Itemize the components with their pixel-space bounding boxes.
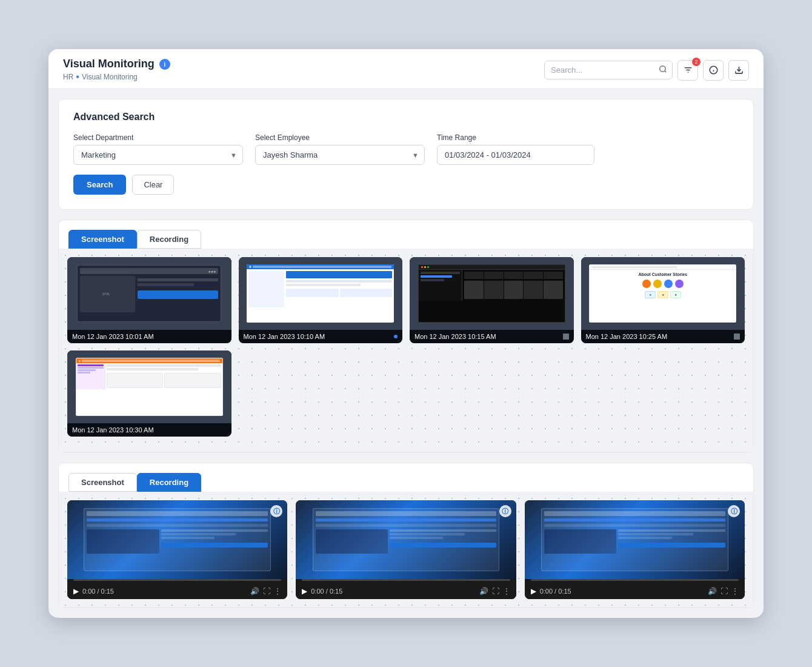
screenshots-area: ●●● STPL	[59, 249, 753, 452]
tab-screenshot[interactable]: Screenshot	[68, 230, 137, 249]
video-time-1: 0:00 / 0:15	[82, 588, 247, 595]
breadcrumb-current: Visual Monitoring	[82, 73, 138, 81]
form-row-filters: Select Department Marketing Engineering …	[73, 133, 739, 165]
search-input[interactable]	[545, 62, 654, 78]
blue-dot-indicator	[394, 335, 398, 338]
video-controls-1: ▶ 0:00 / 0:15 🔊 ⛶ ⋮	[67, 583, 287, 599]
title-text: Visual Monitoring	[63, 58, 155, 70]
video-info-icon-2[interactable]: ⓘ	[499, 505, 511, 517]
screenshot-card-2[interactable]: Mon 12 Jan 2023 10:10 AM	[239, 257, 403, 343]
header-right: 2	[544, 60, 749, 81]
screenshot-timestamp-3: Mon 12 Jan 2023 10:15 AM	[410, 330, 574, 343]
video-card-1[interactable]: ⓘ ▶ 0:00 / 0:15 🔊 ⛶ ⋮	[67, 500, 287, 599]
fullscreen-icon-3[interactable]: ⛶	[720, 587, 728, 595]
tab-recording-active[interactable]: Recording	[137, 473, 201, 492]
timestamp-text-2: Mon 12 Jan 2023 10:10 AM	[244, 333, 325, 340]
volume-icon-3[interactable]: 🔊	[708, 587, 717, 595]
svg-text:STPL: STPL	[102, 292, 110, 296]
department-select[interactable]: Marketing Engineering Sales HR	[73, 145, 243, 165]
screenshot-tabs: Screenshot Recording	[59, 220, 753, 249]
screenshot-card-4[interactable]: About Customer Stories ★ ★	[581, 257, 745, 343]
main-container: Visual Monitoring i HR • Visual Monitori…	[48, 49, 764, 618]
breadcrumb: HR • Visual Monitoring	[63, 72, 170, 82]
time-range-label: Time Range	[437, 133, 594, 142]
timestamp-text-5: Mon 12 Jan 2023 10:30 AM	[72, 426, 154, 434]
recording-section: Screenshot Recording	[58, 463, 754, 608]
breadcrumb-root: HR	[63, 73, 73, 81]
employee-select[interactable]: Jayesh Sharma Priya Patel Amit Kumar	[255, 145, 425, 165]
more-icon-2[interactable]: ⋮	[503, 587, 510, 595]
fullscreen-icon-2[interactable]: ⛶	[492, 587, 499, 595]
screenshot-card-1[interactable]: ●●● STPL	[67, 257, 231, 343]
recording-area: ⓘ ▶ 0:00 / 0:15 🔊 ⛶ ⋮	[59, 492, 753, 608]
more-icon-3[interactable]: ⋮	[731, 587, 739, 595]
video-time-2: 0:00 / 0:15	[311, 588, 475, 595]
video-progress-2	[302, 579, 510, 581]
video-thumb-1: ⓘ	[67, 500, 287, 579]
screenshot-timestamp-2: Mon 12 Jan 2023 10:10 AM	[239, 330, 403, 343]
clear-button[interactable]: Clear	[132, 175, 174, 195]
employee-filter: Select Employee Jayesh Sharma Priya Pate…	[255, 133, 425, 165]
advanced-search-title: Advanced Search	[73, 112, 739, 122]
fullscreen-icon-1[interactable]: ⛶	[263, 587, 270, 595]
employee-label: Select Employee	[255, 133, 425, 142]
video-progress-1	[73, 579, 281, 581]
header-left: Visual Monitoring i HR • Visual Monitori…	[63, 58, 170, 82]
app-title: Visual Monitoring i	[63, 58, 170, 70]
screenshot-timestamp-4: Mon 12 Jan 2023 10:25 AM	[581, 330, 745, 343]
title-info-badge: i	[159, 59, 170, 70]
screenshot-timestamp-5: Mon 12 Jan 2023 10:30 AM	[67, 423, 231, 437]
timestamp-text-4: Mon 12 Jan 2023 10:25 AM	[586, 333, 668, 340]
tab-screenshot-recording-section[interactable]: Screenshot	[68, 473, 137, 492]
employee-select-wrap: Jayesh Sharma Priya Patel Amit Kumar ▼	[255, 145, 425, 165]
search-actions: Search Clear	[73, 175, 739, 195]
global-search-box[interactable]	[544, 61, 673, 79]
square-indicator-4	[734, 334, 740, 340]
video-thumb-3: ⓘ	[525, 500, 745, 579]
video-controls-2: ▶ 0:00 / 0:15 🔊 ⛶ ⋮	[296, 583, 516, 599]
video-thumb-2: ⓘ	[296, 500, 516, 579]
empty-cell-3	[581, 350, 745, 437]
time-range-filter: Time Range	[437, 133, 594, 165]
screenshot-section: Screenshot Recording ●●● STPL	[58, 220, 754, 453]
svg-point-0	[660, 66, 665, 72]
tab-recording[interactable]: Recording	[137, 230, 201, 249]
video-info-icon-3[interactable]: ⓘ	[728, 505, 740, 517]
screenshots-grid-row2: ●	[67, 350, 745, 437]
advanced-search-panel: Advanced Search Select Department Market…	[58, 99, 754, 210]
search-button[interactable]: Search	[73, 175, 126, 195]
more-icon-1[interactable]: ⋮	[274, 587, 281, 595]
play-button-2[interactable]: ▶	[302, 587, 307, 595]
empty-cell-2	[410, 350, 574, 437]
department-label: Select Department	[73, 133, 243, 142]
download-button[interactable]	[728, 60, 749, 81]
header: Visual Monitoring i HR • Visual Monitori…	[48, 49, 764, 89]
screenshot-card-3[interactable]: Mon 12 Jan 2023 10:15 AM	[410, 257, 574, 343]
recordings-grid: ⓘ ▶ 0:00 / 0:15 🔊 ⛶ ⋮	[67, 500, 745, 599]
play-button-3[interactable]: ▶	[531, 587, 536, 595]
recording-tabs: Screenshot Recording	[59, 463, 753, 492]
info-button[interactable]	[703, 60, 724, 81]
volume-icon-2[interactable]: 🔊	[479, 587, 488, 595]
screenshots-grid-row1: ●●● STPL	[67, 257, 745, 343]
filter-badge: 2	[692, 58, 701, 66]
video-progress-3	[531, 579, 739, 581]
breadcrumb-separator: •	[76, 72, 79, 82]
video-card-3[interactable]: ⓘ ▶ 0:00 / 0:15 🔊 ⛶ ⋮	[525, 500, 745, 599]
search-icon-button[interactable]	[654, 61, 672, 79]
empty-cell-1	[239, 350, 403, 437]
square-indicator-3	[563, 334, 569, 340]
screenshot-card-5[interactable]: ●	[67, 350, 231, 437]
video-card-2[interactable]: ⓘ ▶ 0:00 / 0:15 🔊 ⛶ ⋮	[296, 500, 516, 599]
timestamp-text-1: Mon 12 Jan 2023 10:01 AM	[72, 333, 154, 340]
filter-button[interactable]: 2	[677, 60, 698, 81]
department-select-wrap: Marketing Engineering Sales HR ▼	[73, 145, 243, 165]
video-controls-3: ▶ 0:00 / 0:15 🔊 ⛶ ⋮	[525, 583, 745, 599]
timestamp-text-3: Mon 12 Jan 2023 10:15 AM	[414, 333, 496, 340]
play-button-1[interactable]: ▶	[73, 587, 79, 595]
video-time-3: 0:00 / 0:15	[540, 588, 704, 595]
volume-icon-1[interactable]: 🔊	[250, 587, 259, 595]
department-filter: Select Department Marketing Engineering …	[73, 133, 243, 165]
screenshot-timestamp-1: Mon 12 Jan 2023 10:01 AM	[67, 330, 231, 343]
time-range-input[interactable]	[437, 145, 594, 165]
